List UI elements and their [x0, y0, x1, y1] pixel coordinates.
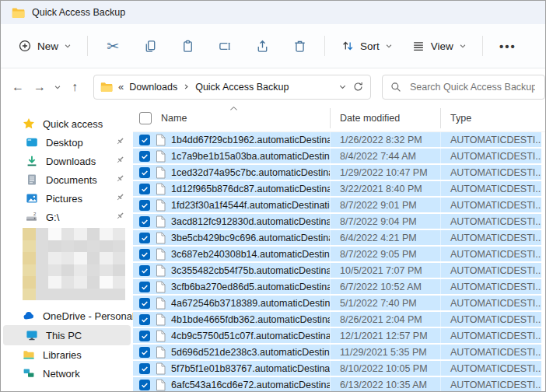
sidebar-item-network[interactable]: Network	[1, 364, 133, 383]
search-input[interactable]	[408, 81, 537, 93]
delete-button[interactable]	[281, 32, 318, 60]
table-row[interactable]: 1c7a9be1b15a03ba.automaticDestinati...8/…	[133, 149, 541, 163]
pin-icon[interactable]	[115, 211, 125, 221]
table-row[interactable]: 3acd812fc912830d.automaticDestinati...8/…	[133, 214, 541, 229]
date-modified-cell: 8/7/2022 9:05 PM	[330, 247, 440, 261]
censored-block	[74, 289, 87, 301]
sidebar-item-label: Quick access	[43, 118, 103, 130]
sidebar-item-pictures[interactable]: Pictures	[1, 189, 133, 208]
file-name-cell: 1fd23f30a1f4544f.automaticDestinatio...	[139, 199, 330, 212]
sidebar-item-g-[interactable]: 2G:\	[1, 208, 133, 226]
row-checkbox[interactable]	[139, 249, 150, 260]
file-name: 4a672546b3718389.automaticDestinati...	[171, 298, 330, 309]
date-modified-cell: 12/1/2021 12:57 PM	[330, 328, 440, 343]
table-row[interactable]: 4a672546b3718389.automaticDestinati...5/…	[133, 296, 541, 310]
downloads-icon	[26, 155, 38, 167]
row-checkbox[interactable]	[139, 216, 150, 227]
row-checkbox[interactable]	[139, 314, 150, 325]
pin-icon[interactable]	[115, 192, 125, 202]
rename-button[interactable]	[206, 32, 243, 60]
search-box[interactable]	[382, 75, 545, 100]
table-row[interactable]: 3c687eb240308b14.automaticDestinati...8/…	[133, 247, 541, 261]
pin-icon[interactable]	[115, 136, 125, 146]
address-dropdown-chevron-icon[interactable]	[338, 82, 347, 91]
file-name: 3acd812fc912830d.automaticDestinati...	[171, 216, 330, 227]
table-row[interactable]: 1b4dd67f29cb1962.automaticDestinati...1/…	[133, 132, 541, 147]
sidebar-item-this-pc[interactable]: This PC	[3, 325, 131, 345]
sidebar-item-quick-access[interactable]: Quick access	[1, 114, 133, 133]
table-row[interactable]: 3be5cb429bc9c696.automaticDestinati...6/…	[133, 230, 541, 245]
type-column-header[interactable]: Type	[440, 108, 545, 128]
censored-block	[74, 264, 87, 277]
table-row[interactable]: 4b1bde4665fdb362.automaticDestinati...8/…	[133, 312, 541, 327]
table-row[interactable]: 3c355482cb54f75b.automaticDestinati...10…	[133, 263, 541, 278]
row-checkbox[interactable]	[139, 282, 150, 292]
table-row[interactable]: 1ced32d74a95c7bc.automaticDestinati...1/…	[133, 165, 541, 180]
paste-button[interactable]	[169, 32, 206, 60]
table-row[interactable]: 5d696d521de238c3.automaticDestinati...11…	[133, 345, 541, 359]
refresh-icon[interactable]	[352, 81, 364, 93]
chevron-right-icon[interactable]	[183, 83, 190, 90]
row-checkbox[interactable]	[139, 184, 150, 194]
row-checkbox[interactable]	[139, 135, 150, 145]
sidebar-item-documents[interactable]: Documents	[1, 170, 133, 189]
date-modified-cell: 8/10/2022 10:05 PM	[330, 361, 440, 376]
censored-block	[48, 289, 61, 301]
censored-block	[100, 289, 113, 301]
row-checkbox[interactable]	[139, 347, 150, 358]
row-checkbox[interactable]	[139, 151, 150, 162]
file-name-cell: 3c687eb240308b14.automaticDestinati...	[139, 248, 330, 261]
row-checkbox[interactable]	[139, 363, 150, 374]
table-row[interactable]: 4cb9c5750d51c07f.automaticDestinati...12…	[133, 328, 541, 343]
new-button[interactable]: New	[9, 32, 81, 60]
breadcrumb-item-downloads[interactable]: Downloads	[129, 82, 177, 93]
file-icon	[156, 297, 166, 310]
file-name: 3c355482cb54f75b.automaticDestinati...	[171, 265, 330, 276]
file-icon	[156, 166, 166, 179]
share-button[interactable]	[243, 32, 281, 60]
censored-block	[36, 252, 49, 264]
breadcrumb-item-current[interactable]: Quick Access Backup	[195, 82, 289, 93]
up-button[interactable]: ↑	[64, 75, 86, 99]
recent-locations-button[interactable]	[51, 75, 64, 99]
file-type-cell: AUTOMATICDESTI...	[440, 312, 541, 327]
see-more-button[interactable]: •••	[489, 32, 527, 60]
table-row[interactable]: 6afc543a16cd6e72.automaticDestinati...6/…	[133, 377, 541, 392]
back-button[interactable]: ←	[7, 75, 29, 99]
name-column-header[interactable]: Name	[139, 110, 330, 126]
row-checkbox[interactable]	[139, 233, 150, 243]
row-checkbox[interactable]	[139, 380, 150, 390]
breadcrumb[interactable]: « Downloads Quick Access Backup	[93, 75, 371, 100]
row-checkbox[interactable]	[139, 167, 150, 178]
copy-button[interactable]	[131, 32, 169, 60]
file-type-cell: AUTOMATICDESTI...	[440, 279, 541, 294]
sidebar-item-desktop[interactable]: Desktop	[1, 133, 133, 152]
table-row[interactable]: 5f7b5f1e01b83767.automaticDestinati...8/…	[133, 361, 541, 376]
cut-button[interactable]: ✂	[94, 32, 131, 60]
row-checkbox[interactable]	[139, 265, 150, 276]
sort-button[interactable]: Sort	[331, 32, 402, 60]
censored-block	[23, 289, 36, 301]
sidebar-item-label: OneDrive - Personal	[43, 310, 135, 322]
file-name-cell: 4b1bde4665fdb362.automaticDestinati...	[139, 313, 330, 326]
table-row[interactable]: 3cfb6ba270ed86d5.automaticDestinati...6/…	[133, 279, 541, 294]
row-checkbox[interactable]	[139, 331, 150, 341]
censored-block	[61, 264, 75, 277]
date-modified-column-header[interactable]: Date modified	[330, 108, 440, 128]
censored-block	[48, 264, 61, 277]
pin-icon[interactable]	[115, 173, 125, 184]
file-type-cell: AUTOMATICDESTI...	[440, 198, 541, 212]
sidebar-item-libraries[interactable]: Libraries	[1, 345, 133, 364]
sidebar-item-onedrive-personal[interactable]: OneDrive - Personal	[1, 306, 133, 325]
sidebar-item-downloads[interactable]: Downloads	[1, 152, 133, 170]
table-row[interactable]: 1d12f965b876dc87.automaticDestinati...3/…	[133, 181, 541, 196]
censored-block	[48, 240, 61, 253]
view-button[interactable]: View	[402, 32, 476, 60]
table-row[interactable]: 1fd23f30a1f4544f.automaticDestinatio...8…	[133, 198, 541, 212]
pin-icon[interactable]	[115, 155, 125, 165]
collapsed-path-marker[interactable]: «	[118, 81, 124, 93]
forward-button[interactable]: →	[29, 75, 51, 99]
row-checkbox[interactable]	[139, 298, 150, 309]
select-all-checkbox[interactable]	[139, 112, 152, 124]
row-checkbox[interactable]	[139, 200, 150, 211]
